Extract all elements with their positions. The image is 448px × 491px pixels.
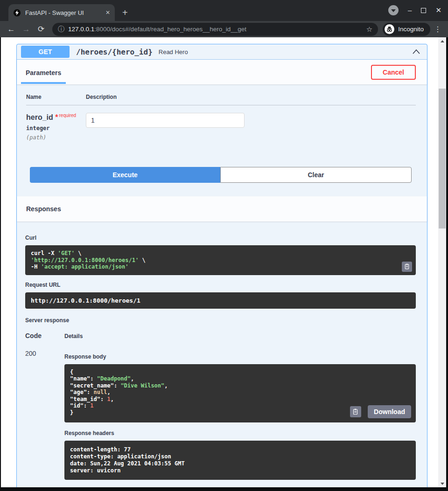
bookmark-star-icon[interactable]: ☆ (366, 25, 372, 34)
reload-button[interactable]: ⟳ (35, 24, 48, 34)
operation-summary-text: Read Hero (159, 48, 412, 55)
parameter-location: (path) (26, 134, 86, 141)
column-header-description: Description (86, 94, 117, 100)
method-badge: GET (21, 46, 70, 58)
browser-tab[interactable]: FastAPI - Swagger UI ✕ (8, 4, 115, 21)
server-response-row: 200 Response body { "name": "Deadpond", … (25, 350, 416, 480)
copy-response-button[interactable] (350, 406, 361, 417)
curl-code: curl -X 'GET' \ 'http://127.0.0.1:8000/h… (31, 250, 410, 270)
response-headers-block: content-length: 77content-type: applicat… (64, 441, 416, 480)
curl-block: curl -X 'GET' \ 'http://127.0.0.1:8000/h… (25, 245, 416, 275)
window-close-button[interactable]: ✕ (435, 6, 441, 15)
browser-toolbar: ← → ⟳ ⓘ 127.0.0.1:8000/docs#/default/rea… (0, 21, 448, 37)
browser-update-icon[interactable] (388, 5, 399, 15)
curl-label: Curl (25, 235, 416, 241)
responses-section-header: Responses (17, 196, 427, 221)
cancel-button[interactable]: Cancel (371, 65, 416, 80)
browser-menu-icon[interactable]: ⋮ (432, 25, 443, 34)
forward-button[interactable]: → (20, 25, 33, 34)
parameter-row: hero_id *required integer (path) (26, 105, 416, 141)
incognito-icon (385, 24, 394, 34)
fastapi-favicon-icon (13, 9, 21, 17)
window-minimize-button[interactable]: – (408, 6, 412, 15)
scrollbar-up-icon[interactable] (438, 37, 446, 45)
back-button[interactable]: ← (5, 25, 18, 34)
column-header-code: Code (25, 332, 64, 339)
scrollbar-down-icon[interactable] (438, 480, 446, 487)
clipboard-icon (404, 263, 410, 270)
incognito-label: Incognito (398, 26, 424, 33)
new-tab-button[interactable]: + (122, 8, 128, 17)
swagger-page: GET /heroes/{hero_id} Read Hero Paramete… (1, 37, 446, 487)
response-body-block: { "name": "Deadpond", "secret_name": "Di… (64, 364, 416, 423)
tab-parameters[interactable]: Parameters (21, 61, 66, 84)
incognito-badge: Incognito (383, 23, 430, 36)
site-info-icon[interactable]: ⓘ (58, 25, 64, 34)
responses-body: Curl curl -X 'GET' \ 'http://127.0.0.1:8… (17, 235, 427, 487)
scrollbar-thumb[interactable] (439, 89, 446, 228)
hero-id-input[interactable] (86, 113, 245, 128)
operation-summary[interactable]: GET /heroes/{hero_id} Read Hero (17, 44, 427, 60)
url-text[interactable]: 127.0.0.1:8000/docs#/default/read_hero_h… (68, 26, 363, 33)
window-maximize-button[interactable] (421, 8, 426, 13)
parameter-name: hero_id *required (26, 113, 86, 122)
required-label: required (59, 113, 76, 118)
page-scrollbar[interactable] (438, 37, 446, 487)
browser-titlebar: FastAPI - Swagger UI ✕ + – ✕ (0, 0, 448, 21)
collapse-chevron-icon[interactable] (412, 48, 420, 55)
copy-curl-button[interactable] (402, 262, 412, 272)
url-host: 127.0.0.1 (68, 26, 94, 33)
execute-wrapper: Execute Clear (30, 167, 412, 183)
tab-close-icon[interactable]: ✕ (105, 9, 110, 16)
server-response-label: Server response (25, 317, 416, 324)
url-path: :8000/docs#/default/read_hero_heroes__he… (94, 26, 246, 33)
status-code: 200 (25, 350, 64, 480)
parameters-table: Name Description hero_id *required integ… (17, 84, 427, 141)
parameters-section-header: Parameters Cancel (17, 60, 427, 84)
column-header-details: Details (64, 333, 83, 339)
response-body-label: Response body (64, 353, 416, 360)
response-headers-label: Response headers (64, 430, 416, 436)
responses-title: Responses (26, 205, 61, 213)
url-bar[interactable]: ⓘ 127.0.0.1:8000/docs#/default/read_hero… (52, 23, 378, 36)
operation-path: /heroes/{hero_id} (76, 48, 153, 56)
request-url-label: Request URL (25, 282, 416, 288)
clear-button[interactable]: Clear (220, 167, 412, 183)
parameter-type: integer (26, 125, 86, 131)
download-button[interactable]: Download (368, 405, 411, 418)
tab-title: FastAPI - Swagger UI (25, 9, 101, 16)
clipboard-icon (352, 408, 359, 415)
request-url-value: http://127.0.0.1:8000/heroes/1 (25, 292, 416, 309)
required-star: * (55, 113, 58, 121)
column-header-name: Name (26, 94, 86, 100)
operation-block: GET /heroes/{hero_id} Read Hero Paramete… (16, 44, 427, 487)
execute-button[interactable]: Execute (30, 167, 220, 183)
